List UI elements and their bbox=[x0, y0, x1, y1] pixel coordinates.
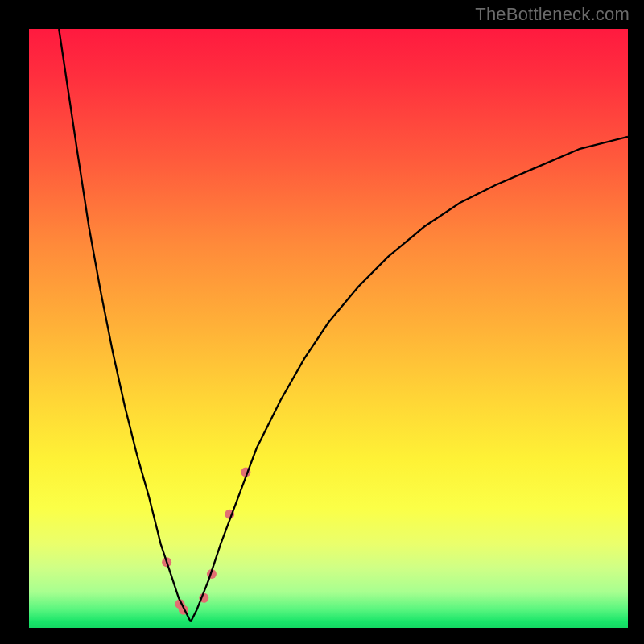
curve-right-branch bbox=[191, 137, 628, 622]
marker-pill-0 bbox=[152, 496, 164, 550]
curve-left-branch bbox=[59, 29, 191, 622]
curve-group bbox=[59, 29, 628, 622]
plot-area bbox=[29, 29, 628, 628]
watermark-label: TheBottleneck.com bbox=[475, 4, 630, 25]
curve-layer bbox=[29, 29, 628, 628]
chart-stage: TheBottleneck.com bbox=[0, 0, 644, 644]
